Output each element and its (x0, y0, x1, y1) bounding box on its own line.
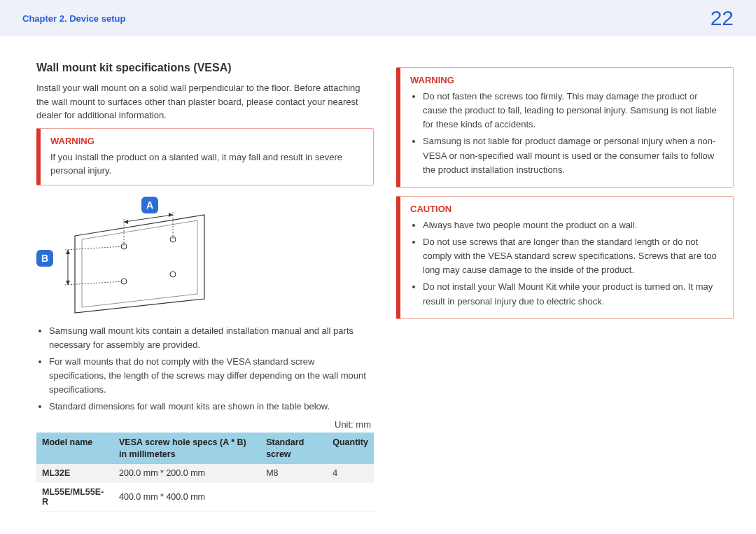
warning-text: If you install the product on a slanted … (50, 150, 363, 178)
cell-qty (327, 482, 374, 511)
caution-callout: CAUTION Always have two people mount the… (396, 196, 734, 319)
dimension-marker-b: B (36, 250, 53, 267)
warning-callout-2: WARNING Do not fasten the screws too fir… (396, 67, 734, 188)
svg-marker-10 (169, 213, 173, 217)
svg-line-13 (65, 281, 124, 285)
bullet-item: For wall mounts that do not comply with … (49, 355, 374, 397)
th-vesa: VESA screw hole specs (A * B) in millime… (113, 433, 260, 464)
unit-label: Unit: mm (36, 419, 371, 430)
svg-marker-1 (82, 220, 197, 307)
cell-vesa: 200.0 mm * 200.0 mm (113, 464, 260, 483)
caution-title: CAUTION (410, 204, 723, 214)
cell-screw: M8 (260, 464, 327, 483)
svg-point-5 (170, 272, 176, 277)
dimension-marker-a: A (141, 197, 158, 213)
svg-marker-14 (66, 250, 70, 254)
right-column: WARNING Do not fasten the screws too fir… (396, 62, 734, 512)
warning-callout-1: WARNING If you install the product on a … (36, 128, 374, 185)
caution-item: Always have two people mount the product… (423, 218, 723, 232)
caution-item: Do not use screws that are longer than t… (423, 235, 723, 277)
section-heading: Wall mount kit specifications (VESA) (36, 62, 374, 74)
warning-title: WARNING (410, 75, 723, 85)
bullet-item: Standard dimensions for wall mount kits … (49, 400, 374, 414)
caution-item: Do not install your Wall Mount Kit while… (423, 280, 723, 308)
th-qty: Quantity (327, 433, 374, 464)
warning-title: WARNING (50, 136, 363, 146)
cell-qty: 4 (327, 464, 374, 483)
table-row: ML55E/ML55E-R 400.0 mm * 400.0 mm (36, 482, 374, 511)
table-row: ML32E 200.0 mm * 200.0 mm M8 4 (36, 464, 374, 483)
svg-line-12 (65, 246, 124, 250)
svg-marker-0 (75, 215, 204, 313)
svg-marker-9 (124, 220, 128, 224)
cell-model: ML32E (36, 464, 113, 483)
left-column: Wall mount kit specifications (VESA) Ins… (36, 62, 374, 512)
chapter-title: Chapter 2. Device setup (22, 13, 125, 24)
th-screw: Standard screw (260, 433, 327, 464)
info-bullet-list: Samsung wall mount kits contain a detail… (36, 324, 374, 414)
bullet-item: Samsung wall mount kits contain a detail… (49, 324, 374, 352)
warning-item: Samsung is not liable for product damage… (423, 134, 723, 176)
th-model: Model name (36, 433, 113, 464)
spec-table: Model name VESA screw hole specs (A * B)… (36, 433, 374, 512)
intro-paragraph: Install your wall mount on a solid wall … (36, 81, 374, 122)
cell-vesa: 400.0 mm * 400.0 mm (113, 482, 260, 511)
cell-model: ML55E/ML55E-R (36, 482, 113, 511)
diagram-svg (36, 194, 218, 320)
cell-screw (260, 482, 327, 511)
vesa-diagram: A B (36, 194, 218, 320)
svg-marker-15 (66, 281, 70, 285)
warning-item: Do not fasten the screws too firmly. Thi… (423, 90, 723, 132)
page-number: 22 (710, 6, 734, 30)
header-bar: Chapter 2. Device setup 22 (0, 0, 756, 36)
